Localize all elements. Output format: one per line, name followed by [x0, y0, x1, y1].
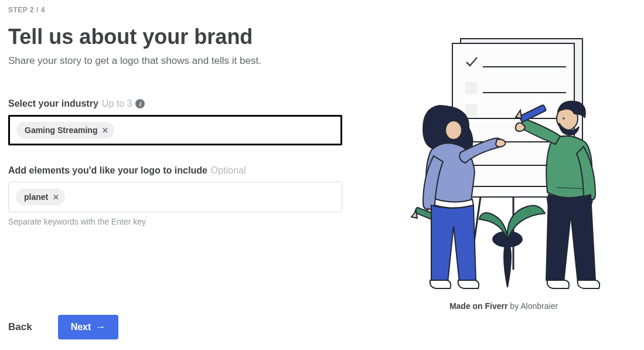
close-icon[interactable]: ✕: [102, 127, 108, 134]
elements-label-row: Add elements you'd like your logo to inc…: [8, 165, 372, 176]
elements-label: Add elements you'd like your logo to inc…: [8, 165, 207, 176]
chip-label: Gaming Streaming: [25, 125, 97, 135]
caption-strong: Made on Fiverr: [449, 301, 508, 311]
caption-rest: by Alonbraier: [507, 301, 558, 311]
step-indicator: STEP 2 / 4: [8, 6, 372, 14]
elements-hint: Optional: [211, 165, 246, 176]
illustration-caption: Made on Fiverr by Alonbraier: [449, 301, 558, 311]
page-title: Tell us about your brand: [8, 25, 372, 49]
svg-marker-17: [411, 211, 417, 218]
illustration: [404, 35, 604, 293]
close-icon[interactable]: ✕: [53, 193, 59, 201]
industry-label-row: Select your industry Up to 3 i: [8, 98, 372, 109]
svg-rect-4: [465, 82, 477, 94]
elements-chip[interactable]: planet ✕: [16, 189, 65, 205]
elements-input[interactable]: planet ✕: [8, 182, 342, 212]
industry-label: Select your industry: [8, 98, 98, 109]
svg-rect-6: [465, 104, 477, 116]
arrow-right-icon: →: [96, 321, 105, 333]
chip-label: planet: [24, 192, 48, 202]
page-subtitle: Share your story to get a logo that show…: [8, 55, 372, 67]
svg-point-19: [563, 117, 564, 119]
next-label: Next: [71, 322, 91, 332]
industry-hint: Up to 3: [102, 98, 132, 109]
info-icon[interactable]: i: [135, 99, 145, 108]
elements-helper: Separate keywords with the Enter key: [8, 217, 372, 226]
industry-chip[interactable]: Gaming Streaming ✕: [16, 122, 114, 138]
svg-point-15: [445, 121, 462, 140]
back-button[interactable]: Back: [8, 321, 32, 333]
industry-input[interactable]: Gaming Streaming ✕: [8, 115, 342, 145]
next-button[interactable]: Next →: [58, 315, 119, 339]
